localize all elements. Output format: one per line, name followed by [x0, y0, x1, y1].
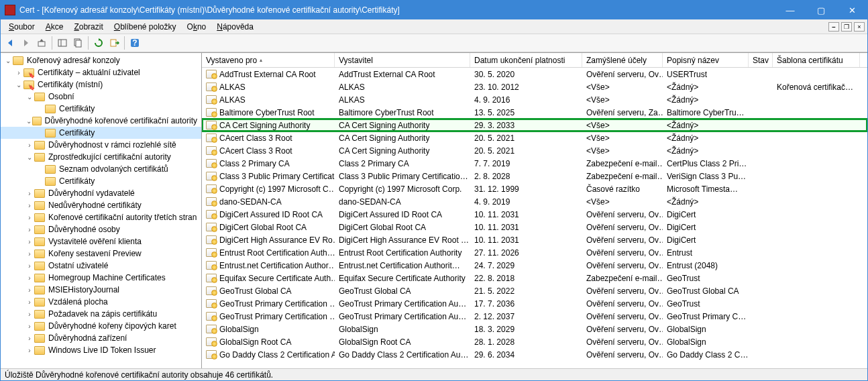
table-row[interactable]: CAcert Class 3 RootCA Cert Signing Autho… [202, 131, 867, 144]
table-row[interactable]: Copyright (c) 1997 Microsoft C…Copyright… [202, 182, 867, 195]
tree-item[interactable]: ⌄Osobní [1, 91, 201, 103]
close-button[interactable]: ✕ [836, 1, 867, 19]
tree-item[interactable]: ›Důvěryhodná zařízení [1, 332, 201, 344]
expand-icon[interactable]: › [25, 335, 34, 342]
expand-icon[interactable]: › [25, 323, 34, 330]
menu-help[interactable]: Nápověda [211, 21, 259, 33]
tree-item[interactable]: ›Kořeny sestavení Preview [1, 248, 201, 260]
export-button[interactable] [107, 36, 121, 50]
copy-button[interactable] [70, 36, 85, 50]
tree-item[interactable]: ›Důvěryhodnost v rámci rozlehlé sítě [1, 139, 201, 151]
tree-item[interactable]: ›Windows Live ID Token Issuer [1, 344, 201, 356]
collapse-icon[interactable]: ⌄ [3, 57, 13, 64]
column-header[interactable]: Zamýšlené účely [582, 53, 663, 67]
table-row[interactable]: DigiCert High Assurance EV Ro…DigiCert H… [202, 233, 867, 246]
maximize-button[interactable]: ▢ [806, 1, 836, 19]
tree-item[interactable]: ›MSIEHistoryJournal [1, 284, 201, 296]
tree-item[interactable]: ›Homegroup Machine Certificates [1, 272, 201, 284]
tree-item[interactable]: ›Ostatní uživatelé [1, 260, 201, 272]
table-row[interactable]: CAcert Class 3 RootCA Cert Signing Autho… [202, 144, 867, 157]
column-header[interactable]: Datum ukončení platnosti [470, 53, 582, 67]
table-row[interactable]: GlobalSignGlobalSign18. 3. 2029Ověření s… [202, 323, 867, 335]
menu-file[interactable]: Soubor [3, 21, 40, 33]
refresh-button[interactable] [91, 36, 106, 50]
collapse-icon[interactable]: ⌄ [25, 93, 34, 101]
table-row[interactable]: AddTrust External CA RootAddTrust Extern… [202, 68, 867, 80]
table-row[interactable]: Entrust Root Certification Auth…Entrust … [202, 246, 867, 259]
tree-pane[interactable]: ⌄Kořenový adresář konzoly›Certifikáty – … [1, 53, 202, 368]
folder-icon [34, 250, 45, 258]
table-row[interactable]: DigiCert Assured ID Root CADigiCert Assu… [202, 208, 867, 221]
table-row[interactable]: GeoTrust Primary Certification …GeoTrust… [202, 297, 867, 310]
tree-item[interactable]: ›Požadavek na zápis certifikátu [1, 308, 201, 320]
tree-item[interactable]: ›Kořenové certifikační autority třetích … [1, 211, 201, 223]
table-row[interactable]: Class 2 Primary CAClass 2 Primary CA7. 7… [202, 157, 867, 170]
expand-icon[interactable]: › [25, 238, 34, 246]
tree-item[interactable]: Certifikáty [1, 127, 201, 139]
table-row[interactable]: GeoTrust Primary Certification …GeoTrust… [202, 310, 867, 323]
up-button[interactable] [34, 36, 49, 50]
tree-item[interactable]: ›Vystavitelé ověření klienta [1, 235, 201, 248]
column-header[interactable]: Vystaveno pro▴ [202, 53, 335, 67]
tree-item[interactable]: Certifikáty [1, 103, 201, 115]
column-header[interactable]: Stav [749, 53, 773, 67]
table-row[interactable]: Class 3 Public Primary Certificat…Class … [202, 170, 867, 182]
expand-icon[interactable]: › [25, 190, 34, 197]
table-row[interactable]: GlobalSign Root CAGlobalSign Root CA28. … [202, 335, 867, 348]
minimize-button[interactable]: — [775, 1, 806, 19]
table-row[interactable]: Go Daddy Class 2 Certification A…Go Dadd… [202, 348, 867, 361]
column-header[interactable]: Šablona certifikátu [773, 53, 860, 67]
menu-view[interactable]: Zobrazit [68, 21, 108, 33]
tree-item[interactable]: ⌄Certifikáty (místní) [1, 78, 201, 91]
expand-icon[interactable]: › [25, 274, 34, 282]
expand-icon[interactable]: › [25, 286, 34, 294]
menu-action[interactable]: Akce [40, 21, 69, 33]
menu-favorites[interactable]: Oblíbené položky [109, 21, 182, 33]
collapse-icon[interactable]: ⌄ [14, 81, 23, 89]
table-row[interactable]: ALKASALKAS4. 9. 2016<Vše><Žádný> [202, 93, 867, 106]
help-button[interactable]: ? [127, 36, 142, 50]
table-row[interactable]: GeoTrust Global CAGeoTrust Global CA21. … [202, 284, 867, 297]
tree-item[interactable]: ›Důvěryhodné osoby [1, 223, 201, 235]
child-minimize-button[interactable]: ‒ [828, 22, 839, 32]
table-row[interactable]: DigiCert Global Root CADigiCert Global R… [202, 221, 867, 233]
table-row[interactable]: ALKASALKAS23. 10. 2012<Vše><Žádný>Kořeno… [202, 80, 867, 93]
table-row[interactable]: CA Cert Signing AuthorityCA Cert Signing… [202, 119, 867, 131]
tree-item[interactable]: ›Nedůvěryhodné certifikáty [1, 199, 201, 211]
column-header[interactable]: Popisný název [663, 53, 749, 67]
back-button[interactable] [3, 36, 18, 50]
column-header[interactable]: Vystavitel [335, 53, 470, 67]
forward-button[interactable] [19, 36, 34, 50]
expand-icon[interactable]: › [25, 214, 34, 221]
tree-item[interactable]: ›Důvěryhodné kořeny čipových karet [1, 320, 201, 332]
expand-icon[interactable]: › [25, 262, 34, 270]
tree-item[interactable]: ›Certifikáty – aktuální uživatel [1, 66, 201, 78]
table-row[interactable]: dano-SEDAN-CAdano-SEDAN-CA4. 9. 2019<Vše… [202, 195, 867, 208]
tree-item[interactable]: ⌄Kořenový adresář konzoly [1, 54, 201, 66]
child-close-button[interactable]: × [854, 22, 865, 32]
expand-icon[interactable]: › [25, 202, 34, 209]
table-cell: <Žádný> [663, 131, 749, 144]
table-row[interactable]: Baltimore CyberTrust RootBaltimore Cyber… [202, 106, 867, 119]
expand-icon[interactable]: › [14, 69, 23, 76]
table-row[interactable]: Equifax Secure Certificate Auth…Equifax … [202, 272, 867, 284]
child-restore-button[interactable]: ❐ [841, 22, 852, 32]
tree-item[interactable]: ⌄Důvěryhodné kořenové certifikační autor… [1, 115, 201, 127]
list-body[interactable]: AddTrust External CA RootAddTrust Extern… [202, 68, 867, 368]
expand-icon[interactable]: › [25, 142, 34, 149]
table-row[interactable]: Entrust.net Certification Author…Entrust… [202, 259, 867, 272]
tree-item[interactable]: ›Vzdálená plocha [1, 296, 201, 308]
expand-icon[interactable]: › [25, 311, 34, 318]
menu-window[interactable]: Okno [182, 21, 212, 33]
expand-icon[interactable]: › [25, 347, 34, 354]
collapse-icon[interactable]: ⌄ [25, 154, 34, 161]
expand-icon[interactable]: › [25, 250, 34, 258]
show-hide-tree-button[interactable] [55, 36, 70, 50]
tree-item[interactable]: Seznam odvolaných certifikátů [1, 163, 201, 175]
tree-item[interactable]: ⌄Zprostředkující certifikační autority [1, 151, 201, 163]
tree-item[interactable]: ›Důvěryhodní vydavatelé [1, 187, 201, 199]
tree-item[interactable]: Certifikáty [1, 175, 201, 187]
collapse-icon[interactable]: ⌄ [25, 117, 32, 125]
expand-icon[interactable]: › [25, 298, 34, 306]
expand-icon[interactable]: › [25, 226, 34, 233]
